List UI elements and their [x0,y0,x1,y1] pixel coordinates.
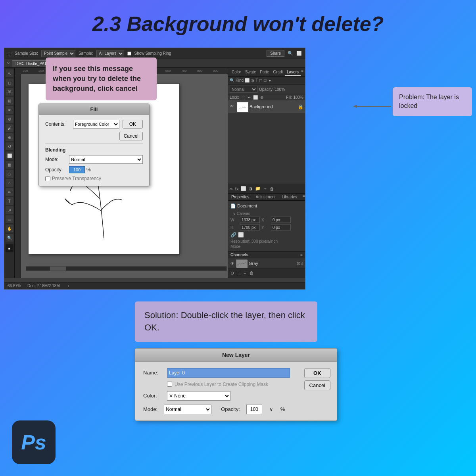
fill-opacity-input[interactable]: 100 [69,166,85,173]
nl-mode-select[interactable]: Normal [164,405,211,414]
ps-logo: Ps [12,420,56,464]
channel-save-icon[interactable]: ⬚ [236,271,240,276]
x-input[interactable] [271,217,291,223]
problem-text: Problem: The layer is locked [399,94,459,109]
height-input[interactable] [240,224,260,230]
tab-swatches[interactable]: Swatc [243,69,258,76]
fill-label: Fill: 100% [286,95,303,100]
tool-eraser[interactable]: ⬜ [6,152,13,159]
add-layer-icon[interactable]: ＋ [263,186,267,192]
channels-menu-icon[interactable]: ≡ [300,253,303,257]
tab-libraries[interactable]: Libraries [279,194,300,200]
link-layers-icon[interactable]: ∞ [230,186,233,191]
tool-eyedropper[interactable]: ✒ [6,106,13,114]
y-input[interactable] [271,224,291,230]
fill-opacity-unit: % [86,167,91,173]
nl-mode-opacity-row: Mode: Normal Opacity: ∨ % [143,405,290,414]
status-arrow-icon[interactable]: › [68,284,69,288]
filter-shape-icon[interactable]: ◻ [259,78,262,83]
tab-gradients[interactable]: Gradi [271,69,285,76]
tool-history[interactable]: ↺ [6,142,13,150]
tool-lasso[interactable]: ◻ [6,79,13,86]
sample-size-select[interactable]: Point Sample [41,50,75,57]
tool-rect-shape[interactable]: ▭ [6,215,13,223]
background-layer-item[interactable]: 👁 Background 🔒 [228,100,305,113]
nl-opacity-dropdown-icon[interactable]: ∨ [269,406,273,412]
search-icon[interactable]: 🔍 [288,51,293,56]
arrange-icon[interactable]: ⬜ [296,51,302,56]
add-folder-icon[interactable]: 📁 [255,186,261,191]
move-icon: ⬚ [8,51,12,56]
channel-dotted-icon[interactable]: ⊙ [230,271,234,276]
tool-zoom[interactable]: 🔍 [6,234,13,242]
layer-thumbnail [237,102,248,111]
instruction-callout: If you see this message when you try to … [46,58,157,100]
tool-hand[interactable]: ✋ [6,225,13,232]
tab-properties[interactable]: Properties [228,194,253,200]
fill-ok-button[interactable]: OK [123,120,143,129]
orientation-icon[interactable]: ⬜ [238,232,244,238]
fill-preserve-checkbox[interactable] [45,176,50,181]
tab-patterns[interactable]: Patte [258,69,271,76]
add-mask-icon[interactable]: ⬜ [241,186,246,191]
nl-color-select[interactable]: ✕ None [167,391,230,401]
lock-transparency-icon[interactable]: ⬚ [242,95,245,100]
tool-spot-heal[interactable]: ⊙ [6,115,13,123]
tool-fg-bg[interactable]: ■ [6,244,13,252]
constrain-icon[interactable]: 🔗 [230,232,236,238]
fill-cancel-button[interactable]: Cancel [119,132,143,140]
tab-adjustments[interactable]: Adjustment [253,194,279,200]
gray-channel-item[interactable]: 👁 Gray ⌘3 [228,258,305,269]
show-sampling-checkbox[interactable] [127,50,131,57]
tab-color[interactable]: Color [230,69,243,76]
horizontal-scrollbar[interactable] [26,266,227,271]
tool-blur[interactable]: ◌ [6,170,13,178]
nl-opacity-input[interactable] [246,405,262,414]
tool-crop[interactable]: ⊞ [6,97,13,105]
layer-mode-opacity-row: Normal Opacity: 100% [228,84,305,94]
tool-pen[interactable]: ✏ [6,188,13,196]
ruler-vertical [15,74,21,278]
close-icon[interactable]: ✕ [7,61,10,65]
doc-size-info: Doc: 2.18M/2.18M [27,284,60,288]
fill-contents-select[interactable]: Foreground Color [73,120,119,129]
tool-gradient[interactable]: ▦ [6,161,13,169]
nl-ok-button[interactable]: OK [304,368,330,378]
filter-adj-icon[interactable]: ◑ [251,78,254,83]
width-input[interactable] [240,217,260,223]
panel-menu-icon[interactable]: ≡ [301,69,303,76]
tab-layers[interactable]: Layers [285,69,301,76]
tool-magic-wand[interactable]: ⌘ [6,88,13,96]
add-style-icon[interactable]: fx [235,186,239,191]
tool-clone[interactable]: ⊕ [6,133,13,141]
channel-visibility-icon[interactable]: 👁 [230,261,234,266]
share-button[interactable]: Share [267,50,284,57]
props-menu-icon[interactable]: ≡ [303,194,305,200]
sample-select[interactable]: All Layers [96,50,124,57]
filter-smart-icon[interactable]: ⊡ [263,78,267,83]
filter-type-icon[interactable]: T [255,78,258,83]
width-label: W [230,218,238,222]
layer-mode-select[interactable]: Normal [230,86,257,93]
channel-name: Gray [249,261,295,266]
add-adj-icon[interactable]: ◑ [249,186,253,191]
nl-cancel-button[interactable]: Cancel [304,380,330,390]
nl-clipping-checkbox[interactable] [167,382,172,387]
scrollbar-thumb[interactable] [50,267,66,271]
lock-move-icon[interactable]: ⊕ [260,95,263,100]
channel-delete-icon[interactable]: 🗑 [250,271,254,276]
tool-text[interactable]: T [6,197,13,205]
layer-visibility-icon[interactable]: 👁 [230,104,235,109]
nl-name-input[interactable] [167,368,290,378]
lock-artboard-icon[interactable]: ⬜ [253,95,258,100]
tool-brush[interactable]: 🖌 [6,124,13,132]
filter-pixel-icon[interactable]: ⬜ [245,78,250,83]
tool-arrow[interactable]: ↖ [6,69,13,77]
tool-dodge[interactable]: ○ [6,179,13,187]
tool-path-select[interactable]: ↗ [6,206,13,214]
channel-add-icon[interactable]: ＋ [243,271,247,276]
document-button[interactable]: 📄 Document [230,202,303,210]
delete-layer-icon[interactable]: 🗑 [270,186,274,191]
lock-paint-icon[interactable]: ✒ [248,95,251,100]
fill-mode-select[interactable]: Normal [69,155,143,164]
